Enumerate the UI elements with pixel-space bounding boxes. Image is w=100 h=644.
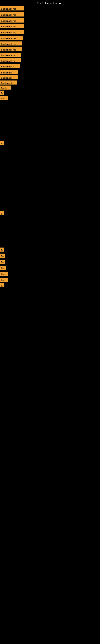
bottleneck-item-2[interactable]: Bottleneck res	[0, 12, 24, 16]
bottleneck-item-11[interactable]: Bottleneck r	[0, 64, 20, 68]
bottleneck-item-21[interactable]: Bo	[0, 254, 5, 258]
bottleneck-item-22[interactable]: Bo	[0, 260, 5, 264]
bottleneck-item-18[interactable]: B	[0, 141, 3, 145]
bottleneck-item-23[interactable]: Bot	[0, 266, 6, 270]
bottleneck-item-3[interactable]: Bottleneck res	[0, 18, 24, 22]
bottleneck-item-7[interactable]: Bottleneck res	[0, 42, 22, 46]
bottleneck-item-20[interactable]: B	[0, 248, 3, 252]
bottleneck-item-16[interactable]: B	[0, 90, 3, 94]
bottleneck-item-26[interactable]: B	[0, 283, 3, 288]
bottleneck-item-10[interactable]: Bottleneck re	[0, 58, 21, 62]
bottleneck-item-19[interactable]: B	[0, 211, 3, 215]
bottleneck-item-13[interactable]: Bottleneck	[0, 75, 18, 79]
bottleneck-item-6[interactable]: Bottleneck res	[0, 36, 23, 40]
bottleneck-item-14[interactable]: Bottleneck	[0, 80, 17, 84]
bottleneck-item-1[interactable]: Bottleneck res	[0, 6, 24, 10]
bottleneck-item-15[interactable]: Bottle	[0, 86, 11, 90]
bottleneck-item-5[interactable]: Bottleneck res	[0, 30, 24, 34]
bottleneck-item-17[interactable]: Bott	[0, 96, 8, 100]
bottleneck-item-4[interactable]: Bottleneck res	[0, 24, 24, 28]
bottleneck-item-8[interactable]: Bottleneck res	[0, 47, 22, 51]
bottleneck-item-25[interactable]: Bott	[0, 278, 8, 282]
bottleneck-item-9[interactable]: Bottleneck re	[0, 53, 21, 57]
bottleneck-item-24[interactable]: Bott	[0, 272, 8, 276]
bottleneck-item-12[interactable]: Bottleneck	[0, 70, 18, 74]
site-title: TheBottlenecker.com	[37, 2, 63, 5]
